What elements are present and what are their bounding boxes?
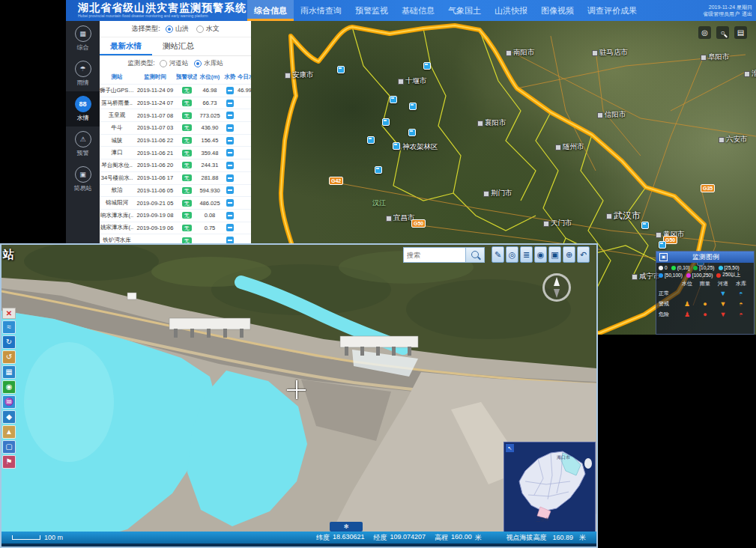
monitor-radio-option[interactable]: 水库站	[194, 59, 223, 68]
panel-tab[interactable]: 测站汇总	[152, 37, 205, 55]
monitor-time: 2019-11-06 17	[134, 174, 176, 181]
panel-tab[interactable]: 最新水情	[100, 37, 152, 55]
status-badge: 无	[182, 162, 192, 168]
river-label: 汉江	[372, 198, 386, 208]
type-radio-option[interactable]: 山洪	[166, 24, 189, 34]
table-row[interactable]: 玉皇观 2019-11-07 08 无 773.025	[100, 109, 251, 121]
overview-inset-map[interactable]: ↖ 海口市三亚市	[504, 442, 596, 533]
viewer-side-tool[interactable]: ≈	[2, 320, 16, 334]
nav-item[interactable]: 调查评价成果	[581, 0, 644, 21]
station-marker-icon[interactable]	[382, 118, 390, 126]
map-control-button[interactable]: ◎	[698, 26, 711, 39]
station-marker-icon[interactable]	[393, 142, 400, 150]
viewer-side-tool[interactable]: ↻	[2, 335, 16, 349]
table-row[interactable]: 敖治 2019-11-06 05 无 594.930	[100, 184, 251, 197]
viewer-side-tool[interactable]: ⚑	[2, 455, 16, 469]
nav-item[interactable]: 山洪快报	[488, 0, 534, 21]
monitor-time: 2019-11-07 03	[134, 124, 176, 131]
station-marker-icon[interactable]	[641, 222, 649, 229]
station-marker-icon[interactable]	[409, 103, 417, 110]
report-icon: ⚑	[6, 458, 13, 466]
globe-icon: ⊕	[566, 251, 572, 259]
viewer-side-toolbar: ✕ ≈↻↺▦◉♒◆▲▢⚑	[2, 308, 18, 469]
monitor-radio-option[interactable]: 河道站	[160, 59, 189, 68]
sidebar-item[interactable]: ☂ 雨情	[66, 56, 100, 91]
viewer-tool-button[interactable]: ✎	[492, 246, 504, 263]
nav-item[interactable]: 雨水情查询	[294, 0, 348, 21]
reservoir-station-icon: ◓	[732, 301, 750, 308]
map-city-label: 淮南	[744, 69, 756, 79]
today-level: 46.99	[238, 87, 251, 94]
viewer-side-tool[interactable]: ▦	[2, 365, 16, 379]
river-station-icon: ▼	[714, 290, 732, 297]
table-row[interactable]: 狮子山GPS仿.. 2019-11-24 09 无 46.98 46.99	[100, 84, 251, 97]
viewer-tool-button[interactable]: ◎	[506, 246, 518, 263]
close-toolbar-button[interactable]: ✕	[2, 308, 16, 319]
station-marker-icon[interactable]	[390, 96, 397, 103]
search-button[interactable]	[465, 247, 485, 263]
station-marker-icon[interactable]	[337, 66, 345, 73]
table-row[interactable]: 34号楼前水.. 2019-11-06 17 无 281.88	[100, 171, 251, 184]
map-control-button[interactable]: ▤	[734, 26, 747, 39]
nav-item[interactable]: 气象国土	[441, 0, 488, 21]
status-badge: 无	[182, 137, 192, 144]
sidebar-item[interactable]: ⚠ 预警	[66, 127, 100, 162]
table-row[interactable]: 牛斗 2019-11-07 03 无 436.90	[100, 121, 251, 134]
city-marker-icon	[719, 137, 725, 143]
type-radio-option[interactable]: 水文	[196, 24, 220, 34]
manual-station-icon: ♟	[678, 301, 696, 308]
station-name: 琴台阁水位..	[100, 162, 134, 169]
lon-label: 经度	[374, 533, 387, 543]
viewer-side-tool[interactable]: ◉	[2, 380, 16, 394]
viewer-side-tool[interactable]: ▲	[2, 425, 16, 439]
scene-weather-marker[interactable]: ✻	[330, 522, 363, 532]
nav-item[interactable]: 基础信息	[395, 0, 441, 21]
user-datebox: 2019-11-24 星期日 省级管理员用户退出	[703, 4, 752, 17]
station-marker-icon[interactable]	[659, 241, 666, 249]
station-marker-icon[interactable]	[408, 129, 416, 136]
legend-scale-item: [100,250)	[686, 272, 713, 278]
sidebar-item[interactable]: ▣ 简易站	[66, 162, 100, 197]
nav-item[interactable]: 综合信息	[247, 0, 294, 21]
viewer-side-tool[interactable]: ♒	[2, 395, 16, 409]
nav-item[interactable]: 图像视频	[534, 0, 581, 21]
table-row[interactable]: 潭口 2019-11-06 21 无 359.48	[100, 146, 251, 159]
table-row[interactable]: 城陂 2019-11-06 22 无 156.45	[100, 134, 251, 147]
station-marker-icon[interactable]	[423, 62, 431, 70]
table-row[interactable]: 锦城阳河 2019-09-21 05 无 486.025	[100, 196, 251, 209]
compass-control[interactable]	[542, 273, 571, 302]
viewer-side-tool[interactable]: ↺	[2, 350, 16, 364]
trend-steady-icon	[226, 186, 234, 194]
search-input[interactable]	[403, 247, 466, 263]
water-surface-icon: ≈	[7, 323, 11, 331]
viewer-tool-button[interactable]: ≣	[520, 246, 533, 263]
viewer-tool-button[interactable]: ⊕	[563, 246, 575, 263]
station-marker-icon[interactable]	[367, 136, 375, 144]
logout-link[interactable]: 退出	[742, 11, 752, 16]
viewer-tool-button[interactable]: ↶	[577, 246, 590, 263]
table-row[interactable]: 琴台阁水位.. 2019-11-06 20 无 244.31	[100, 159, 251, 171]
sidebar-item-icon: ☂	[75, 61, 91, 77]
viewer-tool-button[interactable]: ▣	[548, 246, 561, 263]
legend-grid: 水位雨量河道水库 正常 ▼ ◓	[656, 279, 754, 320]
view-alt-label: 视点海拔高度	[506, 533, 546, 543]
table-row[interactable]: 姚家潭水库(.. 2019-09-19 06 无 0.75	[100, 222, 251, 234]
map-city-label: 天门市	[543, 219, 572, 228]
station-name: 姚家潭水库(..	[100, 224, 134, 231]
map-control-button[interactable]: ○	[716, 26, 729, 39]
viewer-side-tool[interactable]: ▢	[2, 440, 16, 454]
table-row[interactable]: 响水潭水库(.. 2019-09-19 08 无 0.08	[100, 209, 251, 222]
table-row[interactable]: 落马桥雨量.. 2019-11-24 07 无 66.73	[100, 97, 251, 109]
sidebar-item[interactable]: ▦ 综合	[66, 21, 100, 56]
type-filter-label: 选择类型:	[131, 24, 160, 34]
viewer-side-tool[interactable]: ◆	[2, 410, 16, 424]
viewer-tool-button[interactable]: ◉	[534, 246, 547, 263]
station-marker-icon[interactable]	[375, 166, 382, 174]
sidebar-item[interactable]: 88 水情	[66, 91, 100, 127]
inset-expand-icon[interactable]: ↖	[506, 444, 514, 452]
monitor-time: 2019-11-07 08	[134, 112, 176, 119]
road-shield: G35	[701, 184, 715, 192]
nav-item[interactable]: 预警监视	[348, 0, 395, 21]
legend-collapse-icon[interactable]: ▣	[659, 253, 668, 261]
sidebar-item-icon: ▣	[75, 166, 91, 183]
